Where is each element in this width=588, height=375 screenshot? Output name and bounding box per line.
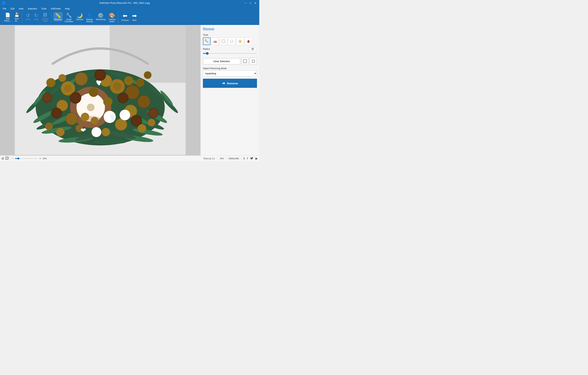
svg-point-79: [81, 113, 89, 121]
svg-point-95: [98, 81, 101, 83]
save-as-button[interactable]: 💾 Saveas...: [13, 12, 21, 23]
svg-point-39: [75, 73, 87, 85]
image-correction-button[interactable]: 🔧 ImageCorrection: [63, 12, 74, 23]
redo-icon: ↻: [34, 13, 38, 18]
menu-edit[interactable]: Edit: [9, 7, 16, 11]
fit-to-window-icon[interactable]: ⊞: [1, 157, 4, 160]
zoom-slider-thumb[interactable]: [18, 158, 19, 159]
ribbon-group-tools: ✏️ Remove 🔧 ImageCorrection 🌙 Denoise 👤 …: [52, 12, 118, 23]
ribbon-group-nav: ⬅ Previous ➡ Next: [119, 12, 140, 23]
svg-point-99: [84, 128, 86, 131]
tools-row: ✏️: [203, 37, 257, 45]
radius-input[interactable]: 50: [248, 47, 257, 51]
eraser-tool-button[interactable]: [211, 37, 219, 45]
svg-point-84: [148, 119, 155, 126]
mode-label: Object Removing Mode: [203, 67, 257, 70]
info-icon[interactable]: ℹ: [243, 157, 245, 160]
retouching-button[interactable]: ⚙️ Retouching: [95, 12, 107, 21]
svg-point-30: [87, 104, 94, 111]
zoom-slider[interactable]: [15, 158, 38, 159]
add-files-button[interactable]: 📄 AddFile(s)...: [3, 12, 12, 23]
svg-point-97: [98, 83, 100, 85]
ribbon-group-history: ↺ Undo ↻ Redo 🖼 OriginalImage: [22, 12, 51, 23]
clear-selection-button[interactable]: Clear Selection: [203, 58, 240, 65]
tools-label: Tools: [203, 34, 257, 36]
expand-selection-button[interactable]: [242, 58, 249, 65]
youtube-icon[interactable]: ▶: [255, 157, 258, 160]
canvas-area[interactable]: [0, 25, 200, 155]
shrink-selection-button[interactable]: [250, 58, 257, 65]
menu-softorbits[interactable]: SoftOrbits: [49, 7, 63, 11]
reduce-blurring-button[interactable]: 👤 Reduceblurring: [85, 12, 94, 23]
svg-marker-105: [238, 40, 242, 43]
rect-select-tool-button[interactable]: [220, 37, 227, 45]
zoom-in-button[interactable]: +: [39, 157, 41, 160]
menu-tools[interactable]: Tools: [39, 7, 48, 11]
dimensions-label: 3580x2408: [229, 157, 239, 160]
zoom-out-button[interactable]: −: [12, 157, 13, 160]
next-button[interactable]: ➡ Next: [131, 12, 138, 22]
undo-button[interactable]: ↺ Undo: [24, 12, 32, 21]
undo-icon: ↺: [26, 13, 30, 18]
twitter-icon[interactable]: [250, 157, 253, 160]
svg-point-82: [75, 124, 83, 132]
actual-size-icon[interactable]: [6, 157, 9, 160]
canvas-image[interactable]: [15, 26, 186, 155]
app-icon: 🌀: [1, 1, 6, 5]
radius-slider-thumb[interactable]: [206, 52, 209, 55]
previous-icon: ⬅: [123, 13, 127, 19]
svg-point-47: [116, 119, 127, 130]
mode-select[interactable]: Inpainting Content Aware Fill Background…: [203, 70, 257, 77]
status-bar-right: Time (s): 0.1 JPG 3580x2408 ℹ f ▶: [203, 157, 258, 160]
svg-point-49: [66, 113, 78, 125]
previous-button[interactable]: ⬅ Previous: [120, 12, 130, 22]
maximize-button[interactable]: □: [248, 1, 253, 5]
format-label: JPG: [220, 157, 224, 160]
close-button[interactable]: ✕: [253, 1, 258, 5]
lasso-tool-button[interactable]: [228, 37, 236, 45]
svg-point-53: [138, 95, 150, 108]
colorize-button[interactable]: 🎨 Colorizephoto: [107, 12, 117, 23]
minimize-button[interactable]: ─: [243, 1, 248, 5]
denoise-icon: 🌙: [77, 13, 83, 18]
window-title: SoftOrbits Photo Retoucher Pro - IMG_460…: [6, 2, 243, 4]
menu-help[interactable]: Help: [63, 7, 72, 11]
reduce-blurring-icon: 👤: [86, 13, 93, 18]
svg-rect-102: [213, 41, 215, 43]
right-panel: Remove Tools ✏️: [200, 25, 259, 155]
remove-button[interactable]: ➜ Remove: [203, 79, 257, 88]
svg-point-87: [124, 76, 133, 85]
svg-point-90: [136, 78, 144, 87]
panel-title: Remove: [203, 27, 257, 31]
svg-point-34: [64, 85, 72, 92]
magic-wand-tool-button[interactable]: [236, 37, 244, 45]
facebook-icon[interactable]: f: [247, 157, 248, 160]
original-image-button[interactable]: 🖼 OriginalImage: [41, 12, 50, 23]
status-bar-left: ⊞ − + 25%: [1, 157, 202, 160]
menu-bar: File Edit View Selection Tools SoftOrbit…: [0, 6, 259, 11]
stamp-tool-button[interactable]: [245, 37, 252, 45]
denoise-button[interactable]: 🌙 Denoise: [75, 12, 84, 21]
image-correction-icon: 🔧: [66, 13, 72, 18]
zoom-value: 25%: [43, 157, 48, 160]
svg-point-96: [96, 80, 99, 83]
title-bar: 🌀 SoftOrbits Photo Retoucher Pro - IMG_4…: [0, 0, 259, 6]
svg-rect-112: [252, 60, 254, 62]
menu-view[interactable]: View: [17, 7, 25, 11]
redo-button[interactable]: ↻ Redo: [32, 12, 40, 21]
svg-rect-110: [244, 60, 246, 62]
svg-point-75: [123, 112, 129, 118]
menu-file[interactable]: File: [1, 7, 8, 11]
remove-tool-button[interactable]: ✏️ Remove: [53, 12, 63, 21]
radius-label: Radius: [203, 48, 210, 50]
next-icon: ➡: [132, 13, 137, 19]
menu-selection[interactable]: Selection: [26, 7, 39, 11]
svg-point-72: [106, 116, 111, 121]
svg-point-80: [91, 117, 98, 124]
status-divider-1: [10, 157, 10, 160]
clear-selection-row: Clear Selection: [203, 58, 257, 65]
pencil-tool-button[interactable]: ✏️: [203, 37, 210, 45]
colorize-icon: 🎨: [109, 13, 115, 18]
svg-point-92: [58, 74, 66, 82]
svg-point-85: [45, 122, 53, 130]
